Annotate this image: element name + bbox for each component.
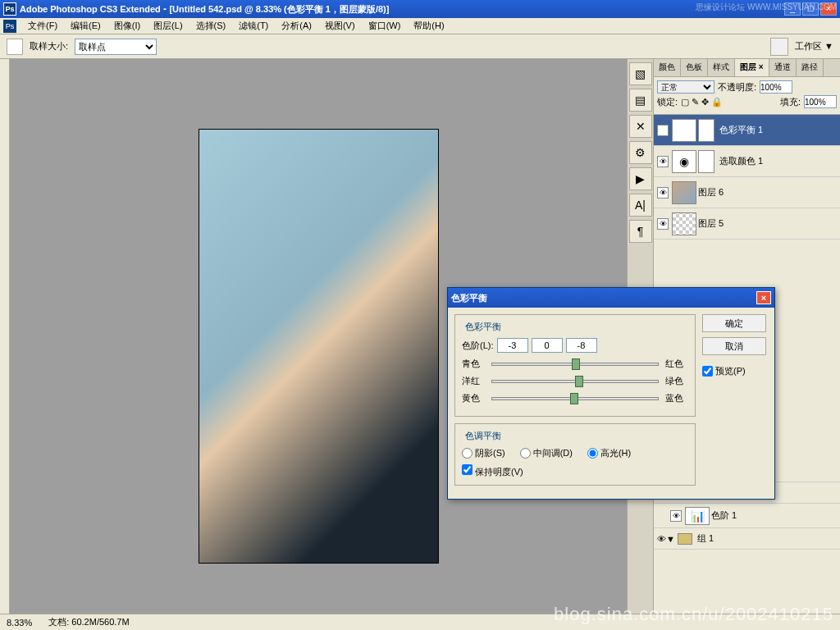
dialog-close-button[interactable]: × [756, 291, 771, 304]
visibility-icon[interactable]: 👁 [657, 187, 669, 199]
paragraph-icon[interactable]: ¶ [629, 220, 652, 243]
menu-image[interactable]: 图像(I) [107, 18, 147, 34]
slider-cyan-red: 青色 红色 [462, 358, 688, 370]
level-input-2[interactable] [532, 338, 563, 353]
expand-arrow-icon[interactable]: ▼ [666, 534, 674, 544]
bridge-icon[interactable] [770, 38, 788, 56]
window-title: Adobe Photoshop CS3 Extended - [Untitled… [20, 3, 783, 16]
status-bar: 8.33% 文档: 60.2M/560.7M [0, 614, 840, 630]
slider-handle[interactable] [572, 358, 580, 370]
layer-thumb[interactable] [672, 181, 696, 204]
dialog-title-text: 色彩平衡 [451, 292, 487, 304]
group-name: 组 1 [697, 532, 714, 545]
tab-styles[interactable]: 样式 [708, 59, 735, 76]
radio-highlights[interactable]: 高光(H) [587, 447, 631, 459]
slider-yellow-blue: 黄色 蓝色 [462, 392, 688, 404]
layer-mask[interactable] [698, 119, 714, 142]
tab-layers[interactable]: 图层 × [735, 59, 769, 76]
level-input-3[interactable] [566, 338, 597, 353]
menu-analysis[interactable]: 分析(A) [275, 18, 318, 34]
layer-name: 选取颜色 1 [719, 155, 763, 167]
close-button[interactable]: × [820, 2, 837, 16]
color-balance-group: 色彩平衡 色阶(L): 青色 红色 洋红 绿色 [454, 314, 696, 417]
radio-midtones[interactable]: 中间调(D) [520, 447, 573, 459]
layer-mask[interactable] [698, 150, 714, 173]
layer-thumb[interactable]: ◑ [672, 119, 696, 142]
tab-channels[interactable]: 通道 [769, 59, 797, 76]
folder-icon [678, 533, 692, 545]
menu-bar: Ps 文件(F) 编辑(E) 图像(I) 图层(L) 选择(S) 滤镜(T) 分… [0, 18, 840, 34]
level-label: 色阶(L): [462, 340, 494, 352]
layer-row[interactable]: 👁 ◉ 选取颜色 1 [654, 146, 840, 177]
histogram-icon[interactable]: ▤ [629, 89, 652, 112]
eyedropper-icon[interactable] [7, 39, 23, 55]
visibility-icon[interactable]: 👁 [657, 125, 669, 136]
visibility-icon[interactable]: 👁 [657, 218, 669, 230]
character-icon[interactable]: A| [629, 194, 652, 217]
slider-track[interactable] [491, 397, 659, 400]
menu-view[interactable]: 视图(V) [318, 18, 362, 34]
options-icon[interactable]: ⚙ [629, 141, 652, 164]
layer-name: 色阶 1 [711, 509, 737, 522]
actions-icon[interactable]: ▶ [629, 167, 652, 190]
dialog-titlebar[interactable]: 色彩平衡 × [448, 288, 774, 308]
minimize-button[interactable]: _ [784, 2, 801, 16]
layer-thumb[interactable]: 📊 [685, 507, 710, 525]
color-balance-dialog: 色彩平衡 × 色彩平衡 色阶(L): 青色 红色 洋红 [447, 287, 775, 500]
slider-right-label: 绿色 [665, 375, 688, 387]
document-canvas[interactable] [199, 129, 439, 564]
visibility-icon[interactable]: 👁 [657, 156, 669, 167]
slider-track[interactable] [491, 380, 659, 383]
sample-size-select[interactable]: 取样点 [75, 39, 157, 55]
lock-icons[interactable]: ▢ ✎ ✥ 🔒 [681, 97, 723, 107]
slider-track[interactable] [491, 363, 659, 366]
slider-handle[interactable] [570, 393, 578, 404]
menu-help[interactable]: 帮助(H) [407, 18, 450, 34]
doc-size: 文档: 60.2M/560.7M [48, 616, 129, 628]
menu-select[interactable]: 选择(S) [189, 18, 233, 34]
title-bar: Ps Adobe Photoshop CS3 Extended - [Untit… [0, 0, 840, 18]
menu-file[interactable]: 文件(F) [21, 18, 64, 34]
tab-color[interactable]: 颜色 [654, 59, 681, 76]
layer-row[interactable]: 👁 图层 6 [654, 177, 840, 208]
layer-row[interactable]: 👁 图层 5 [654, 208, 840, 240]
tab-swatches[interactable]: 色板 [681, 59, 708, 76]
opacity-input[interactable] [760, 80, 792, 94]
group-row[interactable]: 👁 ▼ 组 1 [654, 528, 840, 550]
visibility-icon[interactable]: 👁 [670, 510, 682, 522]
layer-name: 色彩平衡 1 [719, 124, 763, 136]
level-input-1[interactable] [497, 338, 528, 353]
group-legend: 色调平衡 [462, 430, 504, 442]
lock-label: 锁定: [657, 96, 678, 108]
visibility-icon[interactable]: 👁 [657, 534, 666, 544]
ps-logo-icon: Ps [3, 20, 16, 33]
layer-thumb[interactable] [672, 212, 696, 235]
workspace-dropdown[interactable]: 工作区 ▼ [795, 40, 833, 52]
layer-row[interactable]: 👁 ◑ 色彩平衡 1 [654, 115, 840, 146]
radio-shadows[interactable]: 阴影(S) [462, 447, 505, 459]
fill-input[interactable] [804, 95, 837, 108]
layer-controls: 正常 不透明度: 锁定: ▢ ✎ ✥ 🔒 填充: [654, 77, 840, 115]
blend-mode-select[interactable]: 正常 [657, 80, 714, 94]
menu-edit[interactable]: 编辑(E) [64, 18, 107, 34]
layer-row[interactable]: 👁 📊 色阶 1 [654, 504, 840, 528]
tone-balance-group: 色调平衡 阴影(S) 中间调(D) 高光(H) 保持明度(V) [454, 423, 696, 486]
layer-thumb[interactable]: ◉ [672, 150, 696, 173]
tab-paths[interactable]: 路径 [797, 59, 824, 76]
ok-button[interactable]: 确定 [702, 314, 766, 332]
menu-layer[interactable]: 图层(L) [147, 18, 189, 34]
maximize-button[interactable]: □ [802, 2, 819, 16]
checkbox-preview[interactable]: 预览(P) [702, 365, 768, 377]
menu-window[interactable]: 窗口(W) [362, 18, 408, 34]
zoom-level[interactable]: 8.33% [7, 618, 32, 628]
slider-handle[interactable] [575, 376, 583, 387]
sample-size-label: 取样大小: [30, 40, 68, 52]
group-legend: 色彩平衡 [462, 321, 504, 333]
ps-app-icon: Ps [3, 2, 16, 16]
navigator-icon[interactable]: ▧ [629, 62, 652, 85]
info-icon[interactable]: ✕ [629, 115, 652, 138]
slider-right-label: 红色 [665, 358, 688, 370]
menu-filter[interactable]: 滤镜(T) [232, 18, 275, 34]
checkbox-preserve-luminosity[interactable]: 保持明度(V) [462, 467, 523, 477]
cancel-button[interactable]: 取消 [702, 337, 766, 355]
